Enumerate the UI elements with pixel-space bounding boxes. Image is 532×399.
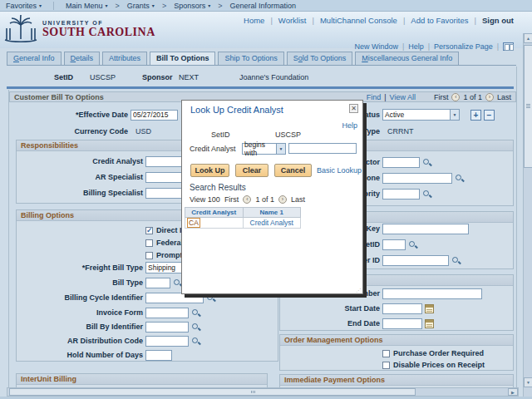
result-name-link[interactable]: Credit Analyst <box>245 219 299 227</box>
er-id-input[interactable] <box>382 255 449 266</box>
key-fields-row: SetID USCSP Sponsor NEXT Joanne's Founda… <box>7 73 514 83</box>
breadcrumb-label: General Information <box>229 2 296 10</box>
calendar-icon[interactable] <box>425 304 434 313</box>
delete-row-button[interactable]: − <box>484 110 495 121</box>
sign-out-link[interactable]: Sign out <box>482 16 514 25</box>
search-icon[interactable] <box>408 240 417 249</box>
breadcrumb-favorites[interactable]: Favorites▾ <box>6 2 42 10</box>
last-label: Last <box>497 93 511 101</box>
start-date-input[interactable] <box>382 303 422 314</box>
search-icon[interactable] <box>191 308 200 318</box>
vertical-scrollbar[interactable]: ▲ ▼ <box>523 33 532 397</box>
invoice-form-input[interactable] <box>145 308 189 318</box>
collector-input[interactable] <box>382 157 420 168</box>
nav-separator: | <box>403 16 405 25</box>
dialog-help-link[interactable]: Help <box>342 121 357 130</box>
ar-distribution-code-row: AR Distribution Code <box>16 335 200 347</box>
dropdown-arrow-icon[interactable]: ▼ <box>450 110 459 120</box>
bill-type-input[interactable] <box>145 278 170 288</box>
billing-specialist-row: Billing Specialist <box>16 187 204 199</box>
clear-button[interactable]: Clear <box>235 164 268 177</box>
find-link[interactable]: Find <box>367 93 382 101</box>
tab-details[interactable]: Details <box>64 52 101 65</box>
tab-general-info[interactable]: General Info <box>7 52 62 65</box>
credit-analyst-search-input[interactable] <box>288 143 357 154</box>
breadcrumb-grants[interactable]: Grants▾ <box>127 2 155 10</box>
breadcrumb-main-menu[interactable]: Main Menu▾ <box>66 2 108 10</box>
disable-prices-checkbox[interactable] <box>382 362 390 369</box>
scroll-down-icon[interactable]: ▼ <box>524 377 532 387</box>
authority-input[interactable] <box>382 189 420 200</box>
search-icon[interactable] <box>422 190 431 199</box>
vertical-scrollbar-thumb[interactable] <box>524 45 532 168</box>
ar-distribution-code-input[interactable] <box>145 336 189 347</box>
credit-analyst-label: Credit Analyst <box>16 157 145 165</box>
search-icon[interactable] <box>206 293 215 303</box>
next-page-icon[interactable]: › <box>278 195 287 204</box>
operator-select[interactable]: begins with▼ <box>242 143 286 155</box>
hold-number-of-days-input[interactable] <box>145 350 172 361</box>
tab-bill-to-options[interactable]: Bill To Options <box>150 52 215 65</box>
look-up-button[interactable]: Look Up <box>190 164 229 177</box>
invoice-form-label: Invoice Form <box>16 308 145 317</box>
currency-row: Currency Code USD <box>7 126 151 137</box>
dropdown-arrow-icon[interactable]: ▼ <box>276 144 285 154</box>
status-select[interactable]: Active▼ <box>382 109 460 121</box>
scroll-up-icon[interactable]: ▲ <box>524 33 532 43</box>
view-all-link[interactable]: View All <box>390 93 416 101</box>
previous-page-icon[interactable]: ‹ <box>243 195 251 204</box>
cancel-button[interactable]: Cancel <box>274 164 312 177</box>
help-link[interactable]: Help <box>408 42 424 51</box>
worklist-link[interactable]: Worklist <box>278 16 307 25</box>
chevron-down-icon: ▾ <box>152 2 155 8</box>
tab-attributes[interactable]: Attributes <box>102 52 147 65</box>
key-input[interactable] <box>382 224 469 234</box>
horizontal-scrollbar[interactable]: ▶ <box>7 387 519 397</box>
personalize-page-link[interactable]: Personalize Page <box>434 42 493 51</box>
setid-lookup-input[interactable] <box>382 239 406 250</box>
search-icon[interactable] <box>455 174 464 183</box>
breadcrumb-label: Grants <box>127 2 150 10</box>
scroll-right-icon[interactable]: ▶ <box>508 388 518 396</box>
bill-by-identifier-input[interactable] <box>145 322 189 332</box>
end-date-input[interactable] <box>382 318 422 329</box>
close-icon[interactable]: ✕ <box>349 104 358 113</box>
setid-label: SetID <box>54 73 73 81</box>
add-row-button[interactable]: + <box>470 110 481 121</box>
search-icon[interactable] <box>422 158 431 167</box>
purchase-order-required-checkbox[interactable] <box>382 350 390 357</box>
next-row-icon[interactable]: › <box>485 93 494 101</box>
multichannel-console-link[interactable]: MultiChannel Console <box>320 16 397 25</box>
add-to-favorites-link[interactable]: Add to Favorites <box>411 16 468 25</box>
number-input[interactable] <box>382 288 482 299</box>
direct-invoicing-checkbox[interactable] <box>145 227 153 234</box>
federal-highway-checkbox[interactable] <box>145 239 153 247</box>
search-icon[interactable] <box>451 256 461 265</box>
resize-grip-icon[interactable]: ⋰ <box>356 288 361 293</box>
effective-date-row: *Effective Date <box>7 109 178 121</box>
new-window-link[interactable]: New Window <box>354 42 398 51</box>
phone-input[interactable] <box>382 173 452 184</box>
palmetto-emblem-icon <box>3 13 38 45</box>
horizontal-scrollbar-thumb[interactable] <box>9 388 416 396</box>
order-management-title: Order Management Options <box>280 335 513 346</box>
view-100-link[interactable]: View 100 <box>190 195 220 204</box>
status-value: Active <box>385 111 450 119</box>
basic-lookup-link[interactable]: Basic Lookup <box>317 166 362 175</box>
breadcrumb-sponsors[interactable]: Sponsors▾ <box>174 2 210 10</box>
bill-by-identifier-label: Bill By Identifier <box>16 323 145 331</box>
bill-type-row: Bill Type <box>16 277 182 288</box>
search-icon[interactable] <box>191 337 200 346</box>
calendar-icon[interactable] <box>425 319 434 328</box>
search-icon[interactable] <box>191 323 200 332</box>
interunit-billing-title: InterUnit Billing <box>17 374 267 385</box>
previous-row-icon[interactable]: ‹ <box>451 93 460 101</box>
prompt-for-checkbox[interactable] <box>145 252 153 259</box>
tab-ship-to-options[interactable]: Ship To Options <box>218 52 283 65</box>
effective-date-input[interactable] <box>131 110 178 121</box>
tab-sold-to-options[interactable]: Sold To Options <box>287 52 352 65</box>
personalize-layout-icon[interactable] <box>503 42 514 51</box>
result-credit-analyst-link[interactable]: CA <box>187 218 200 228</box>
home-link[interactable]: Home <box>244 16 264 25</box>
tab-miscellaneous-general-info[interactable]: Miscellaneous General Info <box>355 52 459 65</box>
